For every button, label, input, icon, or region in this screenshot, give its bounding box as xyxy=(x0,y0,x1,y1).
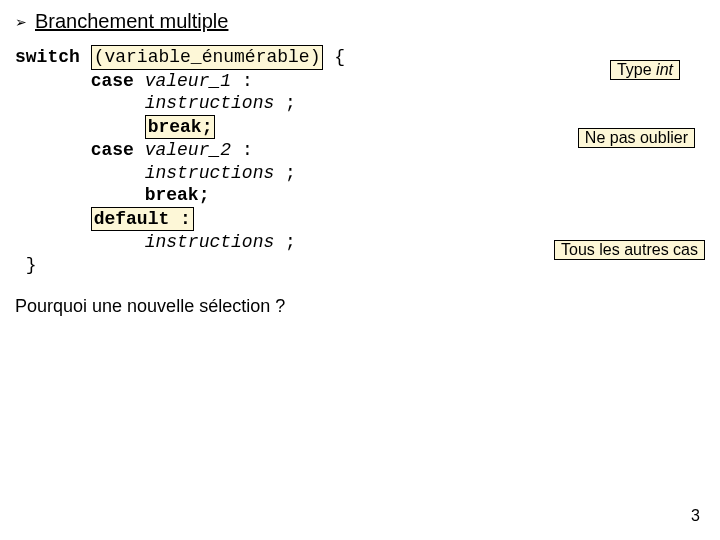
slide-title: Branchement multiple xyxy=(35,10,228,33)
break-2: break; xyxy=(145,185,210,205)
question-text: Pourquoi une nouvelle sélection ? xyxy=(15,296,705,317)
close-brace: } xyxy=(26,255,37,275)
instr-1: instructions xyxy=(145,93,275,113)
semi-2: ; xyxy=(274,163,296,183)
semi-3: ; xyxy=(274,232,296,252)
annotation-type-label: Type xyxy=(617,61,656,78)
case1-value: valeur_1 xyxy=(145,71,231,91)
instr-3: instructions xyxy=(145,232,275,252)
kw-case-2: case xyxy=(91,140,134,160)
case2-value: valeur_2 xyxy=(145,140,231,160)
annotation-dont-forget: Ne pas oublier xyxy=(578,128,695,148)
colon-1: : xyxy=(231,71,253,91)
open-brace: { xyxy=(323,47,345,67)
break-box: break; xyxy=(145,115,216,140)
annotation-type-int: Type int xyxy=(610,60,680,80)
annotation-type-value: int xyxy=(656,61,673,78)
kw-case-1: case xyxy=(91,71,134,91)
kw-switch: switch xyxy=(15,47,80,67)
annotation-other-cases: Tous les autres cas xyxy=(554,240,705,260)
default-box: default : xyxy=(91,207,194,232)
bullet-icon: ➢ xyxy=(15,14,27,30)
semi-1: ; xyxy=(274,93,296,113)
switch-expression-box: (variable_énumérable) xyxy=(91,45,324,70)
colon-2: : xyxy=(231,140,253,160)
page-number: 3 xyxy=(691,507,700,525)
instr-2: instructions xyxy=(145,163,275,183)
heading-row: ➢ Branchement multiple xyxy=(15,10,705,33)
